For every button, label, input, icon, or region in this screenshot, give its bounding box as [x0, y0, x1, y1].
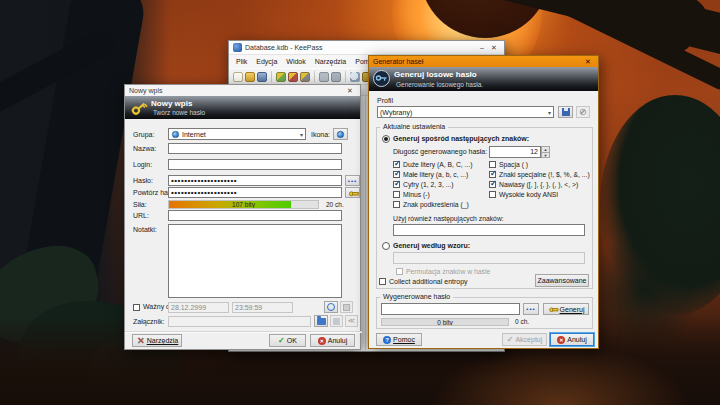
minimize-button[interactable]: – [476, 44, 488, 51]
high-ansi-label[interactable]: Wysokie kody ANSI [499, 191, 558, 198]
tools-button[interactable]: Narzędzia [132, 334, 182, 347]
show-generated-button[interactable]: ••• [523, 303, 539, 315]
name-input[interactable] [168, 143, 342, 154]
banner-subtitle: Twórz nowe hasło [153, 109, 205, 116]
save-profile-button[interactable] [558, 106, 573, 118]
pattern-radio-label[interactable]: Generuj według wzoru: [393, 242, 470, 249]
advanced-button[interactable]: Zaawansowane [535, 274, 589, 287]
close-button[interactable]: ✕ [488, 44, 500, 52]
charset-radio[interactable] [382, 135, 390, 143]
expires-date-field[interactable]: 28.12.2999 [168, 302, 229, 313]
name-label: Nazwa: [133, 145, 156, 152]
entropy-checkbox[interactable] [379, 278, 386, 285]
brackets-checkbox[interactable] [489, 181, 496, 188]
close-icon[interactable]: ✕ [344, 87, 356, 95]
delete-entry-icon[interactable] [300, 72, 310, 82]
upper-case-checkbox[interactable] [393, 161, 400, 168]
expires-presets-button[interactable] [324, 301, 338, 313]
new-entry-title-bar[interactable]: Nowy wpis ✕ [125, 85, 360, 96]
accept-button[interactable]: ✓ Akceptuj [502, 333, 547, 346]
repeat-password-input[interactable]: •••••••••••••••••••• [168, 187, 342, 198]
cancel-icon: ✕ [557, 336, 565, 344]
show-password-button[interactable]: ••• [345, 175, 360, 186]
tools-icon [137, 337, 144, 344]
length-spinner-arrows[interactable]: ▲ ▼ [541, 146, 550, 158]
expires-time-field[interactable]: 23:59:59 [232, 302, 293, 313]
close-icon[interactable]: ✕ [582, 58, 594, 66]
menu-edycja[interactable]: Edycja [252, 58, 281, 65]
add-entry-icon[interactable] [276, 72, 286, 82]
profile-combo[interactable]: (Wybrany) ▾ [377, 106, 554, 118]
ellipsis-icon: ••• [348, 178, 357, 184]
high-ansi-checkbox[interactable] [489, 191, 496, 198]
menu-widok[interactable]: Widok [282, 58, 309, 65]
notes-textarea[interactable] [168, 224, 342, 298]
search-icon[interactable] [350, 72, 360, 82]
tools-button-label: Narzędzia [147, 337, 179, 344]
generate-button[interactable]: Generuj [543, 303, 589, 315]
generator-title-bar[interactable]: Generator haseł ✕ [369, 56, 598, 67]
generate-password-button[interactable] [345, 187, 360, 198]
edit-entry-icon[interactable] [288, 72, 298, 82]
generator-cancel-button[interactable]: ✕ Anuluj [550, 333, 594, 346]
group-combo[interactable]: Internet ▾ [168, 128, 306, 140]
menu-plik[interactable]: Plik [232, 58, 251, 65]
space-label[interactable]: Spacja ( ) [499, 161, 528, 168]
charset-radio-label[interactable]: Generuj spośród następujących znaków: [393, 135, 529, 142]
attachment-save-button[interactable] [330, 315, 343, 327]
menu-narzedzia[interactable]: Narzędzia [311, 58, 351, 65]
banner-subtitle: Generowanie losowego hasła. [396, 81, 483, 88]
minus-checkbox[interactable] [393, 191, 400, 198]
special-label[interactable]: Znaki specjalne (!, $, %, &, ...) [499, 171, 590, 178]
calendar-icon [343, 304, 350, 311]
globe-icon [337, 130, 344, 137]
upper-case-label[interactable]: Duże litery (A, B, C, ...) [403, 161, 473, 168]
password-input[interactable]: •••••••••••••••••••• [168, 175, 342, 186]
ok-button[interactable]: ✓ OK [269, 334, 306, 347]
expires-checkbox[interactable] [133, 304, 140, 311]
entry-icon-button[interactable] [333, 128, 348, 140]
new-entry-banner: Nowy wpis Twórz nowe hasło [125, 96, 360, 119]
save-database-icon[interactable] [257, 72, 267, 82]
lower-case-checkbox[interactable] [393, 171, 400, 178]
special-checkbox[interactable] [489, 171, 496, 178]
cancel-button[interactable]: ✕ Anuluj [310, 334, 355, 347]
digits-label[interactable]: Cyfry (1, 2, 3, ...) [403, 181, 454, 188]
underscore-label[interactable]: Znak podkreślenia (_) [403, 201, 469, 208]
save-profile-icon [562, 108, 570, 116]
help-icon: ? [383, 336, 391, 344]
login-input[interactable] [168, 159, 342, 170]
generated-strength-text: 0 bity [382, 319, 508, 325]
strength-label: Siła: [133, 201, 147, 208]
attachment-delete-button[interactable]: ≪ [345, 315, 358, 327]
help-button[interactable]: ? Pomoc [376, 333, 422, 346]
also-use-input[interactable] [393, 224, 585, 236]
underscore-checkbox[interactable] [393, 201, 400, 208]
entropy-label[interactable]: Collect additional entropy [389, 278, 468, 285]
generated-password-group-label: Wygenerowane hasło [380, 293, 453, 300]
delete-profile-button[interactable] [576, 106, 590, 118]
pattern-radio[interactable] [382, 242, 390, 250]
url-input[interactable] [168, 210, 342, 221]
attachment-input[interactable] [168, 316, 311, 327]
length-spinner-input[interactable]: 12 [489, 146, 541, 158]
new-database-icon[interactable] [233, 72, 243, 82]
spinner-down-icon[interactable]: ▼ [542, 152, 549, 158]
space-checkbox[interactable] [489, 161, 496, 168]
minus-label[interactable]: Minus (-) [403, 191, 430, 198]
brackets-label[interactable]: Nawiasy ([, ], {, }, (, ), <, >) [499, 181, 578, 188]
digits-checkbox[interactable] [393, 181, 400, 188]
permute-label: Permutacja znaków w haśle [406, 268, 490, 275]
password-label: Hasło: [133, 177, 153, 184]
copy-password-icon[interactable] [331, 72, 341, 82]
profile-label: Profil [377, 97, 393, 104]
main-title-bar[interactable]: Database.kdb - KeePass – ✕ [229, 41, 504, 55]
open-database-icon[interactable] [245, 72, 255, 82]
expires-calendar-button[interactable] [340, 301, 353, 313]
lower-case-label[interactable]: Małe litery (a, b, c, ...) [403, 171, 468, 178]
generated-password-input[interactable] [381, 303, 520, 315]
generated-chars: 0 ch. [515, 318, 529, 325]
copy-username-icon[interactable] [319, 72, 329, 82]
also-use-label: Użyj również następujących znaków: [393, 215, 504, 222]
attachment-open-button[interactable] [314, 315, 328, 327]
